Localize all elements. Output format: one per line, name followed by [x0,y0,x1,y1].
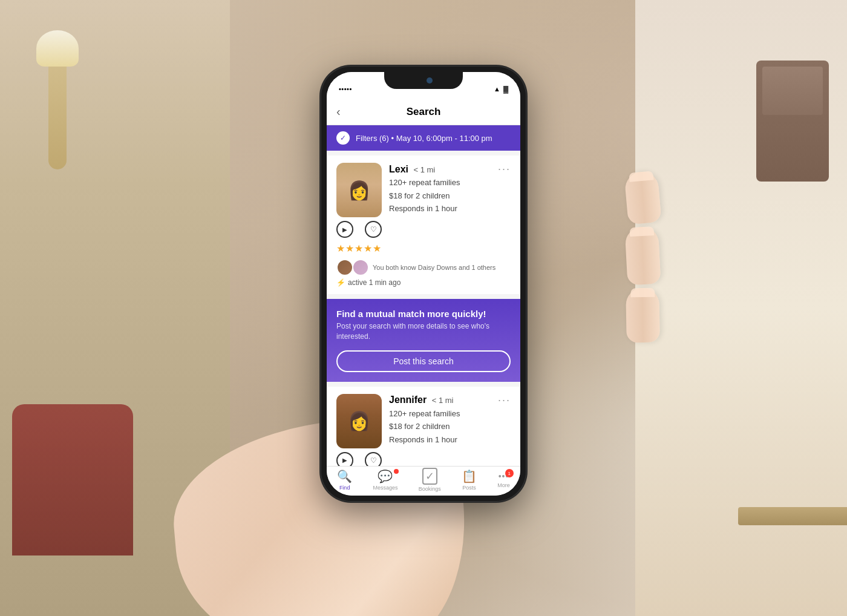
lexi-avatar-img: 👩 [336,163,382,217]
lexi-play-button[interactable]: ▶ [336,221,353,238]
tab-find[interactable]: 🔍 Find [337,469,352,491]
hand-fingers [626,169,666,346]
filter-check-icon: ✓ [336,131,350,145]
tab-posts[interactable]: 📋 Posts [462,469,477,491]
lexi-stars-row: ★★★★★ [336,243,511,254]
lexi-info: Lexi < 1 mi ··· 120+ repeat families $18… [389,163,511,215]
jennifer-more-button[interactable]: ··· [498,394,511,407]
lightning-icon: ⚡ [336,278,345,287]
nav-bar: ‹ Search [327,99,520,125]
lexi-heart-button[interactable]: ♡ [365,221,382,238]
tab-bar: 🔍 Find 💬 Messages ✓ Bookings 📋 Pos [327,466,520,496]
lexi-active-text: active 1 min ago [348,278,401,287]
lexi-mutual-text: You both know Daisy Downs and 1 others [373,264,495,271]
wifi-icon: ▲ [494,85,500,93]
sitter-card-jennifer: 👩 ▶ ♡ Jennifer [327,387,520,466]
back-button[interactable]: ‹ [336,105,341,119]
messages-badge-dot [394,469,399,474]
jennifer-heart-button[interactable]: ♡ [365,452,382,466]
sitter-card-lexi: 👩 ▶ ♡ Lexi [327,156,520,294]
lexi-avatar-wrap: 👩 ▶ ♡ [336,163,382,238]
messages-icon: 💬 [378,469,393,483]
bookings-icon: ✓ [422,468,437,485]
phone-notch [384,72,463,89]
mutual-avatar-1 [336,259,353,276]
lexi-detail3: Responds in 1 hour [389,203,511,215]
messages-label: Messages [373,485,397,491]
lexi-avatar: 👩 [336,163,382,217]
post-search-button[interactable]: Post this search [336,350,511,372]
filter-text: Filters (6) • May 10, 6:00pm - 11:00 pm [356,134,492,143]
more-label: More [497,482,510,488]
camera [427,77,433,84]
lexi-detail1: 120+ repeat families [389,177,511,189]
battery-icon: ▓ [503,85,508,93]
jennifer-name: Jennifer [389,395,427,405]
find-label: Find [339,485,350,491]
jennifer-detail2: $18 for 2 children [389,421,511,433]
jennifer-distance: < 1 mi [432,396,454,405]
lexi-mutual-row: You both know Daisy Downs and 1 others [336,259,511,276]
status-right: ▲ ▓ [494,85,508,93]
jennifer-avatar-wrap: 👩 ▶ ♡ [336,394,382,466]
lexi-active-badge: ⚡ active 1 min ago [336,278,511,287]
posts-icon: 📋 [462,469,477,483]
lexi-more-button[interactable]: ··· [498,163,511,175]
finger-1 [624,171,661,224]
finger-3 [626,288,660,343]
lexi-name: Lexi [389,164,408,174]
phone-device: ••••• ▲ ▓ ‹ Search ✓ Filters (6 [321,66,526,502]
promo-description: Post your search with more details to se… [336,321,511,342]
jennifer-detail1: 120+ repeat families [389,408,511,420]
filter-bar[interactable]: ✓ Filters (6) • May 10, 6:00pm - 11:00 p… [327,125,520,151]
jennifer-play-button[interactable]: ▶ [336,452,353,466]
jennifer-controls: ▶ ♡ [336,452,382,466]
lexi-detail2: $18 for 2 children [389,190,511,202]
mutual-avatar-2 [352,259,369,276]
signal-dots: ••••• [339,85,352,93]
promo-banner: Find a mutual match more quickly! Post y… [327,299,520,382]
nav-title: Search [407,106,441,118]
lexi-controls: ▶ ♡ [336,221,382,238]
jennifer-detail3: Responds in 1 hour [389,434,511,446]
tab-messages[interactable]: 💬 Messages [373,469,397,491]
tab-bookings[interactable]: ✓ Bookings [419,468,441,492]
jennifer-avatar: 👩 [336,394,382,448]
main-content: ✓ Filters (6) • May 10, 6:00pm - 11:00 p… [327,125,520,466]
jennifer-info: Jennifer < 1 mi ··· 120+ repeat families… [389,394,511,446]
jennifer-avatar-img: 👩 [336,394,382,448]
find-icon: 🔍 [337,469,352,483]
phone-screen: ••••• ▲ ▓ ‹ Search ✓ Filters (6 [327,72,520,496]
posts-label: Posts [462,485,476,491]
more-badge: 1 [505,469,514,477]
lexi-distance: < 1 mi [413,165,435,174]
finger-2 [625,226,661,286]
lexi-stars: ★★★★★ [336,243,382,254]
bookings-label: Bookings [419,486,441,492]
tab-more[interactable]: ••• 1 More [497,471,510,488]
promo-title: Find a mutual match more quickly! [336,309,511,319]
